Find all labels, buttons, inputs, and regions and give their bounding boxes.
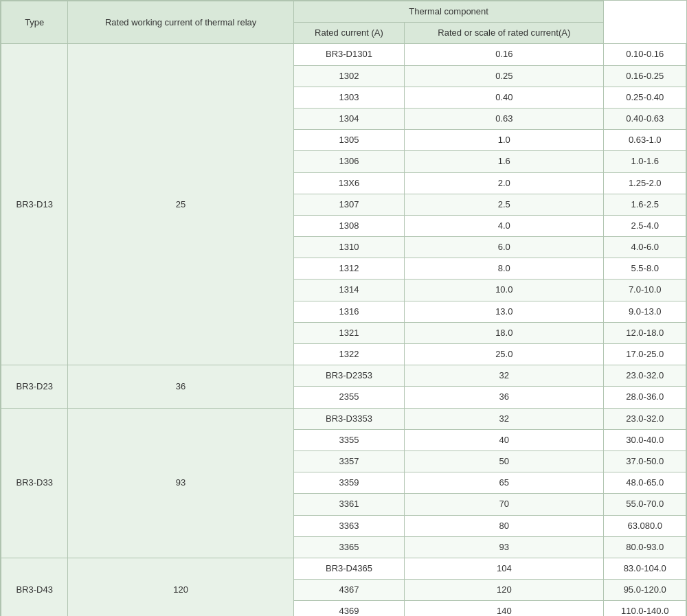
rated-value-cell: 32 — [405, 408, 604, 429]
rated-value-cell: 32 — [405, 365, 604, 387]
rated-value-cell: 2.0 — [405, 172, 604, 194]
type-cell: BR3-D43 — [1, 558, 68, 616]
component-cell: 1306 — [293, 151, 404, 172]
scale-cell: 30.0-40.0 — [604, 429, 686, 450]
component-cell: 1302 — [293, 65, 404, 87]
component-cell: 3363 — [293, 515, 404, 536]
header-thermal-component: Thermal component — [293, 1, 604, 23]
scale-cell: 7.0-10.0 — [604, 280, 686, 301]
component-cell: 1316 — [293, 301, 404, 322]
rated-current-cell: 120 — [68, 558, 293, 616]
scale-cell: 0.10-0.16 — [604, 44, 686, 65]
component-cell: 1305 — [293, 130, 404, 151]
scale-cell: 28.0-36.0 — [604, 387, 686, 408]
component-cell: 1312 — [293, 258, 404, 280]
relay-table: Type Rated working current of thermal re… — [1, 1, 686, 616]
scale-cell: 2.5-4.0 — [604, 215, 686, 236]
type-cell: BR3-D23 — [1, 365, 68, 408]
scale-cell: 17.0-25.0 — [604, 344, 686, 365]
component-cell: 1308 — [293, 215, 404, 236]
scale-cell: 0.40-0.63 — [604, 108, 686, 129]
scale-cell: 0.16-0.25 — [604, 65, 686, 87]
scale-cell: 9.0-13.0 — [604, 301, 686, 322]
type-cell: BR3-D13 — [1, 44, 68, 365]
scale-cell: 1.25-2.0 — [604, 172, 686, 194]
rated-value-cell: 50 — [405, 450, 604, 472]
rated-value-cell: 1.0 — [405, 130, 604, 151]
type-cell: BR3-D33 — [1, 408, 68, 558]
header-rated-scale: Rated or scale of rated current(A) — [405, 23, 604, 44]
component-cell: 4367 — [293, 580, 404, 601]
rated-value-cell: 1.6 — [405, 151, 604, 172]
rated-value-cell: 8.0 — [405, 258, 604, 280]
scale-cell: 1.6-2.5 — [604, 194, 686, 215]
scale-cell: 0.63-1.0 — [604, 130, 686, 151]
rated-value-cell: 4.0 — [405, 215, 604, 236]
component-cell: 13X6 — [293, 172, 404, 194]
component-cell: 3355 — [293, 429, 404, 450]
rated-value-cell: 0.16 — [405, 44, 604, 65]
scale-cell: 83.0-104.0 — [604, 558, 686, 579]
scale-cell: 5.5-8.0 — [604, 258, 686, 280]
rated-value-cell: 18.0 — [405, 322, 604, 343]
rated-value-cell: 40 — [405, 429, 604, 450]
rated-value-cell: 25.0 — [405, 344, 604, 365]
component-cell: 1314 — [293, 280, 404, 301]
component-cell: BR3-D1301 — [293, 44, 404, 65]
scale-cell: 110.0-140.0 — [604, 601, 686, 616]
rated-value-cell: 0.25 — [405, 65, 604, 87]
rated-value-cell: 10.0 — [405, 280, 604, 301]
rated-current-cell: 93 — [68, 408, 293, 558]
component-cell: BR3-D4365 — [293, 558, 404, 579]
scale-cell: 95.0-120.0 — [604, 580, 686, 601]
rated-value-cell: 93 — [405, 536, 604, 558]
scale-cell: 0.25-0.40 — [604, 87, 686, 108]
rated-value-cell: 120 — [405, 580, 604, 601]
header-type: Type — [1, 1, 68, 44]
rated-value-cell: 2.5 — [405, 194, 604, 215]
header-rated-current: Rated current (A) — [293, 23, 404, 44]
scale-cell: 23.0-32.0 — [604, 365, 686, 387]
scale-cell: 12.0-18.0 — [604, 322, 686, 343]
rated-value-cell: 70 — [405, 494, 604, 515]
component-cell: 2355 — [293, 387, 404, 408]
scale-cell: 63.080.0 — [604, 515, 686, 536]
scale-cell: 23.0-32.0 — [604, 408, 686, 429]
rated-value-cell: 104 — [405, 558, 604, 579]
rated-value-cell: 0.40 — [405, 87, 604, 108]
component-cell: 3359 — [293, 472, 404, 494]
rated-value-cell: 80 — [405, 515, 604, 536]
rated-value-cell: 140 — [405, 601, 604, 616]
component-cell: BR3-D2353 — [293, 365, 404, 387]
component-cell: 1322 — [293, 344, 404, 365]
component-cell: 1321 — [293, 322, 404, 343]
header-rated-working-current: Rated working current of thermal relay — [68, 1, 293, 44]
component-cell: 1307 — [293, 194, 404, 215]
rated-value-cell: 65 — [405, 472, 604, 494]
rated-current-cell: 36 — [68, 365, 293, 408]
component-cell: 3365 — [293, 536, 404, 558]
rated-value-cell: 6.0 — [405, 237, 604, 258]
rated-current-cell: 25 — [68, 44, 293, 365]
scale-cell: 37.0-50.0 — [604, 450, 686, 472]
scale-cell: 55.0-70.0 — [604, 494, 686, 515]
component-cell: 3357 — [293, 450, 404, 472]
scale-cell: 1.0-1.6 — [604, 151, 686, 172]
component-cell: BR3-D3353 — [293, 408, 404, 429]
rated-value-cell: 36 — [405, 387, 604, 408]
main-table-wrapper: Type Rated working current of thermal re… — [0, 0, 687, 616]
rated-value-cell: 13.0 — [405, 301, 604, 322]
component-cell: 1303 — [293, 87, 404, 108]
component-cell: 1304 — [293, 108, 404, 129]
scale-cell: 80.0-93.0 — [604, 536, 686, 558]
component-cell: 1310 — [293, 237, 404, 258]
rated-value-cell: 0.63 — [405, 108, 604, 129]
component-cell: 4369 — [293, 601, 404, 616]
scale-cell: 48.0-65.0 — [604, 472, 686, 494]
scale-cell: 4.0-6.0 — [604, 237, 686, 258]
component-cell: 3361 — [293, 494, 404, 515]
